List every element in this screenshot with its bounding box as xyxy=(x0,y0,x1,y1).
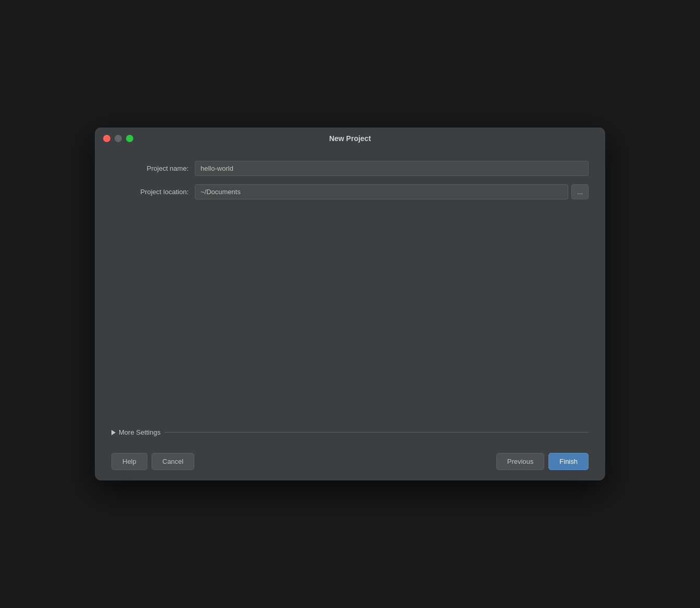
maximize-button[interactable] xyxy=(126,135,133,142)
more-settings-toggle[interactable]: More Settings xyxy=(111,428,160,436)
bottom-bar: Help Cancel Previous Finish xyxy=(95,445,605,480)
project-location-input[interactable] xyxy=(195,184,568,199)
finish-button[interactable]: Finish xyxy=(548,453,589,470)
form-content: Project name: Project location: ... xyxy=(95,148,605,220)
browse-button[interactable]: ... xyxy=(571,184,589,199)
main-area xyxy=(95,220,605,428)
previous-button[interactable]: Previous xyxy=(496,453,545,470)
more-settings-label: More Settings xyxy=(119,428,160,436)
cancel-button[interactable]: Cancel xyxy=(152,453,194,470)
close-button[interactable] xyxy=(103,135,110,142)
window-controls xyxy=(103,135,133,142)
chevron-right-icon xyxy=(111,430,116,435)
more-settings-row: More Settings xyxy=(111,428,589,436)
location-input-wrap: ... xyxy=(195,184,589,199)
project-location-row: Project location: ... xyxy=(111,184,589,199)
project-location-label: Project location: xyxy=(111,188,195,196)
project-name-input[interactable] xyxy=(195,161,589,176)
more-settings-section: More Settings xyxy=(95,428,605,436)
project-name-row: Project name: xyxy=(111,161,589,176)
titlebar: New Project xyxy=(95,128,605,148)
minimize-button[interactable] xyxy=(115,135,122,142)
more-settings-divider xyxy=(165,432,589,433)
window-title: New Project xyxy=(329,134,371,143)
project-name-label: Project name: xyxy=(111,164,195,172)
dialog-window: New Project Project name: Project locati… xyxy=(95,128,605,480)
help-button[interactable]: Help xyxy=(111,453,147,470)
